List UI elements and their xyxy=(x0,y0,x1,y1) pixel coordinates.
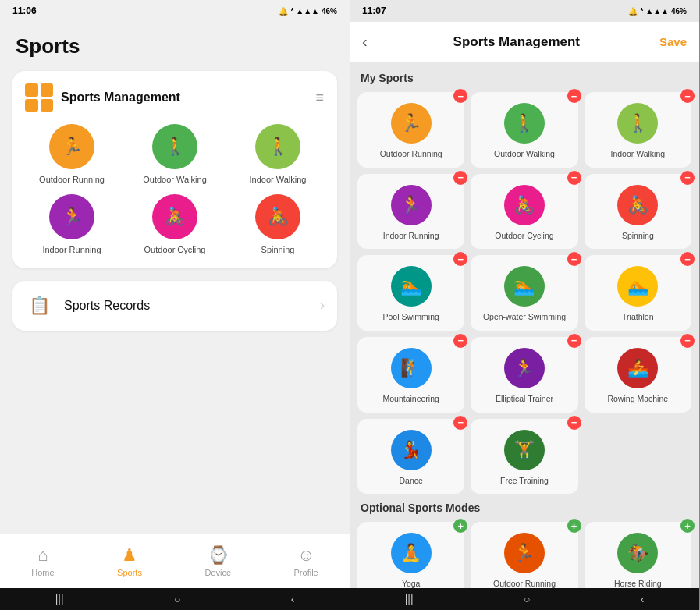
add-horse-riding[interactable]: + xyxy=(680,519,695,533)
sport-circle-outdoor-running: 🏃 xyxy=(49,124,94,169)
circle-triathlon: 🏊 xyxy=(617,266,658,307)
home-gesture[interactable]: ○ xyxy=(174,593,180,605)
remove-outdoor-cycling[interactable]: − xyxy=(567,171,581,185)
remove-spinning[interactable]: − xyxy=(680,171,695,185)
circle-outdoor-running2: 🏃 xyxy=(504,533,545,573)
mgmt-spinning[interactable]: − 🚴 Spinning xyxy=(585,174,691,250)
sports-management-card: Sports Management ≡ 🏃 Outdoor Running 🚶 … xyxy=(12,71,337,268)
mgmt-free-training[interactable]: − 🏋 Free Training xyxy=(471,419,577,495)
sport-item-outdoor-walking[interactable]: 🚶 Outdoor Walking xyxy=(128,124,222,185)
remove-openwater-swimming[interactable]: − xyxy=(567,252,581,266)
circle-elliptical: 🏃 xyxy=(504,348,545,388)
sport-circle-outdoor-walking: 🚶 xyxy=(152,124,197,169)
sport-item-outdoor-cycling[interactable]: 🚴 Outdoor Cycling xyxy=(128,194,222,255)
label-free-training: Free Training xyxy=(500,476,549,487)
mgmt-yoga[interactable]: + 🧘 Yoga xyxy=(357,522,464,588)
circle-outdoor-running: 🏃 xyxy=(391,103,432,144)
bluetooth-icon2: * xyxy=(640,7,643,16)
label-openwater-swimming: Open-water Swimming xyxy=(483,312,566,323)
remove-triathlon[interactable]: − xyxy=(680,252,695,266)
save-button[interactable]: Save xyxy=(659,35,687,48)
sport-circle-indoor-walking: 🚶 xyxy=(255,124,300,169)
add-yoga[interactable]: + xyxy=(453,519,467,533)
label-spinning: Spinning xyxy=(622,231,654,242)
remove-outdoor-running[interactable]: − xyxy=(453,89,467,103)
remove-elliptical[interactable]: − xyxy=(567,334,581,348)
mgmt-openwater-swimming[interactable]: − 🏊 Open-water Swimming xyxy=(471,255,577,331)
mgmt-header: ‹ Sports Management Save xyxy=(350,22,699,62)
mgmt-outdoor-running2[interactable]: + 🏃 Outdoor Running xyxy=(471,522,577,588)
circle-horse-riding: 🏇 xyxy=(617,533,658,573)
circle-mountaineering: 🧗 xyxy=(391,348,432,388)
remove-indoor-running[interactable]: − xyxy=(453,171,467,185)
mgmt-horse-riding[interactable]: + 🏇 Horse Riding xyxy=(585,522,691,588)
mgmt-mountaineering[interactable]: − 🧗 Mountaineering xyxy=(357,337,464,413)
right-back-gesture[interactable]: ||| xyxy=(405,593,414,605)
mgmt-dance[interactable]: − 💃 Dance xyxy=(357,419,464,495)
nav-device[interactable]: ⌚ Device xyxy=(192,542,243,580)
remove-mountaineering[interactable]: − xyxy=(453,334,467,348)
nav-sports[interactable]: ♟ Sports xyxy=(105,542,155,580)
nav-sports-label: Sports xyxy=(117,568,142,577)
wifi-icon2: ▲▲▲ xyxy=(645,7,669,16)
label-outdoor-walking: Outdoor Walking xyxy=(494,149,555,160)
right-phone: 11:07 🔔 * ▲▲▲ 46% ‹ Sports Management Sa… xyxy=(350,0,699,610)
circle-free-training: 🏋 xyxy=(504,430,545,470)
label-elliptical: Elliptical Trainer xyxy=(496,394,553,405)
remove-dance[interactable]: − xyxy=(453,416,467,430)
remove-pool-swimming[interactable]: − xyxy=(453,252,467,266)
back-gesture[interactable]: ||| xyxy=(55,593,64,605)
mgmt-indoor-walking[interactable]: − 🚶 Indoor Walking xyxy=(585,92,691,168)
remove-rowing[interactable]: − xyxy=(680,334,695,348)
card-header-left: Sports Management xyxy=(25,83,180,112)
mgmt-triathlon[interactable]: − 🏊 Triathlon xyxy=(585,255,691,331)
label-mountaineering: Mountaineering xyxy=(382,394,439,405)
nav-device-label: Device xyxy=(204,568,231,577)
right-home-gesture[interactable]: ○ xyxy=(524,593,530,605)
sport-label-spinning: Spinning xyxy=(261,244,295,255)
circle-rowing: 🚣 xyxy=(617,348,658,388)
mgmt-pool-swimming[interactable]: − 🏊 Pool Swimming xyxy=(357,255,464,331)
circle-indoor-walking: 🚶 xyxy=(617,103,658,144)
menu-icon[interactable]: ≡ xyxy=(315,90,325,106)
back-button[interactable]: ‹ xyxy=(362,33,368,51)
right-recent-gesture[interactable]: ‹ xyxy=(641,593,645,605)
circle-indoor-running: 🏃 xyxy=(391,185,432,225)
left-status-bar: 11:06 🔔 * ▲▲▲ 46% xyxy=(0,0,350,22)
circle-outdoor-cycling: 🚴 xyxy=(504,185,545,225)
mgmt-title: Sports Management xyxy=(374,34,659,50)
records-chevron: › xyxy=(320,297,325,314)
label-yoga: Yoga xyxy=(402,579,421,588)
sport-item-indoor-running[interactable]: 🏃 Indoor Running xyxy=(25,194,119,255)
profile-icon: ☺ xyxy=(297,545,314,566)
circle-dance: 💃 xyxy=(391,430,432,470)
left-time: 11:06 xyxy=(12,5,37,16)
left-phone: 11:06 🔔 * ▲▲▲ 46% Sports Sports Manageme… xyxy=(0,0,350,610)
mgmt-outdoor-cycling[interactable]: − 🚴 Outdoor Cycling xyxy=(471,174,577,250)
circle-yoga: 🧘 xyxy=(391,533,432,573)
remove-indoor-walking[interactable]: − xyxy=(680,89,695,103)
management-card-title: Sports Management xyxy=(61,90,180,105)
mgmt-rowing[interactable]: − 🚣 Rowing Machine xyxy=(585,337,691,413)
remove-outdoor-walking[interactable]: − xyxy=(567,89,581,103)
bottom-nav: ⌂ Home ♟ Sports ⌚ Device ☺ Profile xyxy=(0,534,350,588)
mgmt-outdoor-running[interactable]: − 🏃 Outdoor Running xyxy=(357,92,464,168)
records-label: Sports Records xyxy=(64,299,309,313)
mgmt-indoor-running[interactable]: − 🏃 Indoor Running xyxy=(357,174,464,250)
sport-item-outdoor-running[interactable]: 🏃 Outdoor Running xyxy=(25,124,119,185)
remove-free-training[interactable]: − xyxy=(567,416,581,430)
recent-gesture[interactable]: ‹ xyxy=(291,593,295,605)
left-content: Sports Sports Management ≡ 🏃 Outdoor Run… xyxy=(0,22,350,534)
circle-spinning: 🚴 xyxy=(617,185,658,225)
nav-profile[interactable]: ☺ Profile xyxy=(282,542,331,580)
add-outdoor-running2[interactable]: + xyxy=(567,519,581,533)
sports-records-card[interactable]: 📋 Sports Records › xyxy=(12,281,337,331)
sport-item-indoor-walking[interactable]: 🚶 Indoor Walking xyxy=(231,124,325,185)
nav-home[interactable]: ⌂ Home xyxy=(19,542,66,580)
my-sports-title: My Sports xyxy=(357,72,691,84)
sport-circle-spinning: 🚴 xyxy=(255,194,300,239)
left-status-right: 🔔 * ▲▲▲ 46% xyxy=(279,7,337,16)
mgmt-elliptical[interactable]: − 🏃 Elliptical Trainer xyxy=(471,337,577,413)
sport-item-spinning[interactable]: 🚴 Spinning xyxy=(231,194,325,255)
mgmt-outdoor-walking[interactable]: − 🚶 Outdoor Walking xyxy=(471,92,577,168)
